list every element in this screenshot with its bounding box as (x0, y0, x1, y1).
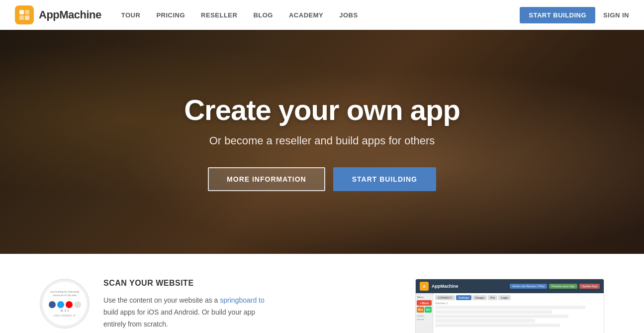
nav-tour[interactable]: TOUR (121, 11, 141, 19)
logo-link[interactable]: AppMachine (15, 5, 101, 24)
scan-feature: Just hunting for interesting resources o… (40, 279, 385, 333)
nav-pricing[interactable]: PRICING (156, 11, 185, 19)
below-hero-section: Just hunting for interesting resources o… (0, 254, 644, 333)
nav-blog[interactable]: BLOG (253, 11, 273, 19)
logic-tab: Logic (498, 295, 510, 300)
hero-title: Create your own app (184, 93, 460, 126)
more-information-button[interactable]: MORE INFORMATION (208, 167, 325, 191)
scan-website-image: Just hunting for interesting resources o… (40, 279, 90, 329)
nav-jobs[interactable]: JOBS (339, 11, 358, 19)
design-tab: Design (472, 295, 487, 300)
app-preview-container: A AppMachine Armin van Buuren / Plus Pre… (415, 279, 604, 333)
main-nav: TOUR PRICING RESELLER BLOG ACADEMY JOBS (121, 11, 520, 19)
preview-body: Menu + Block Mov Del Settings General CO… (416, 293, 604, 333)
hero-buttons: MORE INFORMATION START BUILDING (184, 167, 460, 191)
preview-header: A AppMachine Armin van Buuren / Plus Pre… (416, 279, 604, 293)
nav-reseller[interactable]: RESELLER (201, 11, 237, 19)
preview-rows (435, 306, 602, 327)
preview-tabs: CONNECT Settings Design Pro Logic (435, 295, 602, 300)
settings-tab: Settings (456, 295, 472, 300)
app-preview-image: A AppMachine Armin van Buuren / Plus Pre… (415, 279, 604, 333)
springboard-link[interactable]: springboard to (220, 296, 265, 304)
nav-academy[interactable]: ACADEMY (289, 11, 323, 19)
svg-rect-1 (25, 10, 29, 14)
scan-description: Use the content on your website as a spr… (103, 295, 385, 330)
connect-tab: CONNECT (435, 295, 455, 300)
preview-main: CONNECT Settings Design Pro Logic Submen… (433, 293, 604, 333)
logo-text: AppMachine (39, 8, 101, 21)
scan-text: SCAN YOUR WEBSITE Use the content on you… (103, 279, 385, 333)
sign-in-link[interactable]: SIGN IN (603, 11, 629, 19)
pro-tab: Pro (488, 295, 497, 300)
svg-rect-2 (19, 15, 24, 20)
start-building-hero-button[interactable]: START BUILDING (333, 167, 436, 191)
svg-rect-3 (25, 15, 29, 20)
preview-logo: A (420, 282, 429, 291)
header-actions: START BUILDING SIGN IN (520, 7, 629, 23)
start-building-header-button[interactable]: START BUILDING (520, 7, 595, 23)
svg-rect-0 (19, 10, 24, 14)
hero-content: Create your own app Or become a reseller… (184, 93, 460, 191)
hero-section: Create your own app Or become a reseller… (0, 30, 644, 254)
scan-title: SCAN YOUR WEBSITE (103, 279, 385, 288)
hero-subtitle: Or become a reseller and build apps for … (184, 134, 460, 147)
preview-sidebar: Menu + Block Mov Del Settings General (416, 293, 433, 333)
logo-icon (15, 5, 34, 24)
header: AppMachine TOUR PRICING RESELLER BLOG AC… (0, 0, 644, 30)
